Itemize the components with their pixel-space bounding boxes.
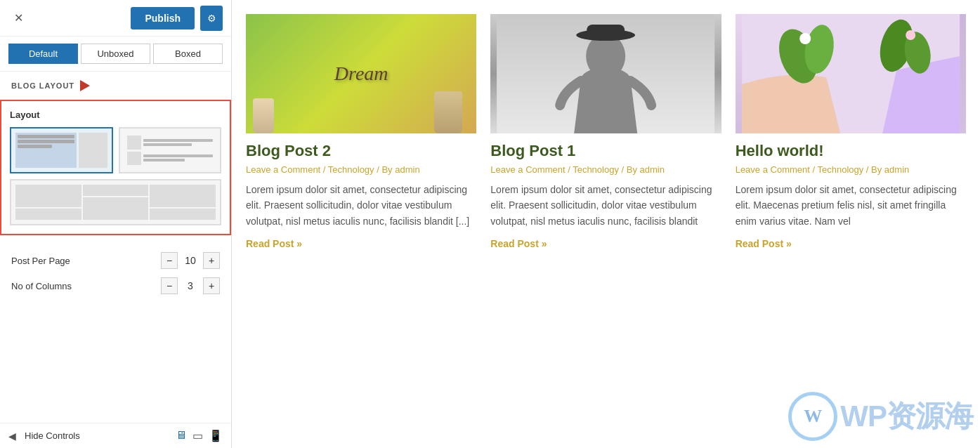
layout-tabs: Default Unboxed Boxed bbox=[0, 37, 231, 72]
layout-option-list[interactable] bbox=[119, 127, 222, 173]
no-of-columns-decrement[interactable]: − bbox=[161, 277, 178, 294]
blog-card-3: Hello world! Leave a Comment / Technolog… bbox=[736, 14, 966, 258]
wp-text: WP资源海 bbox=[840, 402, 973, 431]
layout-box: Layout bbox=[0, 100, 231, 235]
tab-default[interactable]: Default bbox=[8, 44, 78, 64]
layout-options bbox=[10, 127, 221, 225]
blog-card-content-3: Hello world! Leave a Comment / Technolog… bbox=[736, 133, 966, 258]
blog-grid: Dream Blog Post 2 Leave a Comment / Tech… bbox=[232, 0, 980, 272]
blog-layout-section: BLOG LAYOUT bbox=[0, 72, 231, 94]
wp-logo-letter: W bbox=[804, 406, 822, 427]
no-of-columns-label: No of Columns bbox=[11, 281, 72, 291]
view-icons: 🖥 ▭ 📱 bbox=[176, 429, 223, 442]
blog-card-content-2: Blog Post 1 Leave a Comment / Technology… bbox=[490, 133, 721, 258]
expand-icon: ◀ bbox=[8, 430, 16, 442]
no-of-columns-increment[interactable]: + bbox=[203, 277, 220, 294]
close-button[interactable]: ✕ bbox=[8, 8, 28, 28]
blog-image-1: Dream bbox=[246, 14, 476, 133]
mobile-view-icon[interactable]: 📱 bbox=[209, 429, 223, 442]
blog-meta-1: Leave a Comment / Technology / By admin bbox=[246, 164, 476, 175]
blog-title-3: Hello world! bbox=[736, 142, 966, 160]
settings-button[interactable]: ⚙ bbox=[200, 6, 223, 31]
wp-brand-text: WP资源海 bbox=[840, 402, 973, 431]
blog-meta-3: Leave a Comment / Technology / By admin bbox=[736, 164, 966, 175]
tab-unboxed[interactable]: Unboxed bbox=[81, 44, 150, 64]
post-per-page-label: Post Per Page bbox=[11, 256, 70, 266]
arrow-icon bbox=[80, 80, 90, 91]
blog-meta-2: Leave a Comment / Technology / By admin bbox=[490, 164, 721, 175]
blog-title-2: Blog Post 1 bbox=[490, 142, 721, 160]
blog-excerpt-3: Lorem ipsum dolor sit amet, consectetur … bbox=[736, 182, 966, 229]
layout-option-sidebar[interactable] bbox=[10, 127, 113, 173]
wp-logo-circle: W bbox=[788, 392, 837, 441]
no-of-columns-value: 3 bbox=[183, 280, 197, 291]
top-bar: ✕ Publish ⚙ bbox=[0, 0, 231, 37]
blog-layout-text: BLOG LAYOUT bbox=[11, 81, 74, 90]
svg-point-10 bbox=[799, 33, 811, 44]
read-more-3[interactable]: Read Post » bbox=[736, 238, 792, 249]
post-per-page-increment[interactable]: + bbox=[203, 252, 220, 269]
blog-image-3 bbox=[736, 14, 966, 133]
blog-title-1: Blog Post 2 bbox=[246, 142, 476, 160]
blog-card-1: Dream Blog Post 2 Leave a Comment / Tech… bbox=[246, 14, 476, 258]
no-of-columns-row: No of Columns − 3 + bbox=[11, 277, 220, 294]
post-per-page-row: Post Per Page − 10 + bbox=[11, 252, 220, 269]
blog-excerpt-2: Lorem ipsum dolor sit amet, consectetur … bbox=[490, 182, 721, 229]
blog-card-content-1: Blog Post 2 Leave a Comment / Technology… bbox=[246, 133, 476, 258]
read-more-2[interactable]: Read Post » bbox=[490, 238, 547, 249]
post-per-page-decrement[interactable]: − bbox=[161, 252, 178, 269]
bottom-bar: ◀ Hide Controls 🖥 ▭ 📱 bbox=[0, 423, 231, 448]
no-of-columns-stepper: − 3 + bbox=[161, 277, 220, 294]
layout-label-inner: Layout bbox=[10, 110, 221, 120]
blog-image-2 bbox=[490, 14, 721, 133]
right-panel: Dream Blog Post 2 Leave a Comment / Tech… bbox=[232, 0, 980, 448]
svg-rect-4 bbox=[587, 25, 625, 39]
post-per-page-value: 10 bbox=[183, 255, 197, 266]
desktop-view-icon[interactable]: 🖥 bbox=[176, 429, 187, 442]
left-panel: ✕ Publish ⚙ Default Unboxed Boxed BLOG L… bbox=[0, 0, 232, 448]
post-per-page-stepper: − 10 + bbox=[161, 252, 220, 269]
tablet-view-icon[interactable]: ▭ bbox=[192, 429, 203, 442]
read-more-1[interactable]: Read Post » bbox=[246, 238, 302, 249]
blog-card-2: Blog Post 1 Leave a Comment / Technology… bbox=[490, 14, 721, 258]
blog-excerpt-1: Lorem ipsum dolor sit amet, consectetur … bbox=[246, 182, 476, 229]
svg-point-11 bbox=[906, 30, 915, 40]
hide-controls-label[interactable]: Hide Controls bbox=[25, 430, 80, 441]
tab-boxed[interactable]: Boxed bbox=[153, 44, 223, 64]
blog-layout-label: BLOG LAYOUT bbox=[11, 80, 220, 91]
layout-option-masonry[interactable] bbox=[10, 179, 221, 225]
wp-watermark: W WP资源海 bbox=[788, 392, 973, 441]
controls-section: Post Per Page − 10 + No of Columns − 3 + bbox=[0, 244, 231, 303]
publish-button[interactable]: Publish bbox=[131, 7, 195, 29]
